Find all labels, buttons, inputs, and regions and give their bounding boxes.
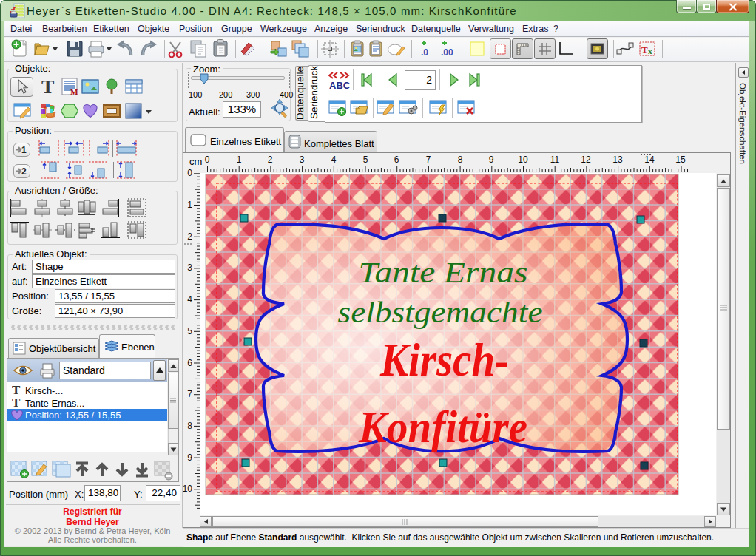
svg-text:selbstgemachte: selbstgemachte <box>338 296 543 329</box>
svg-text:Konfitüre: Konfitüre <box>358 401 527 452</box>
svg-text:Kirsch-: Kirsch- <box>379 333 509 386</box>
svg-text:Tante Ernas: Tante Ernas <box>359 256 528 289</box>
